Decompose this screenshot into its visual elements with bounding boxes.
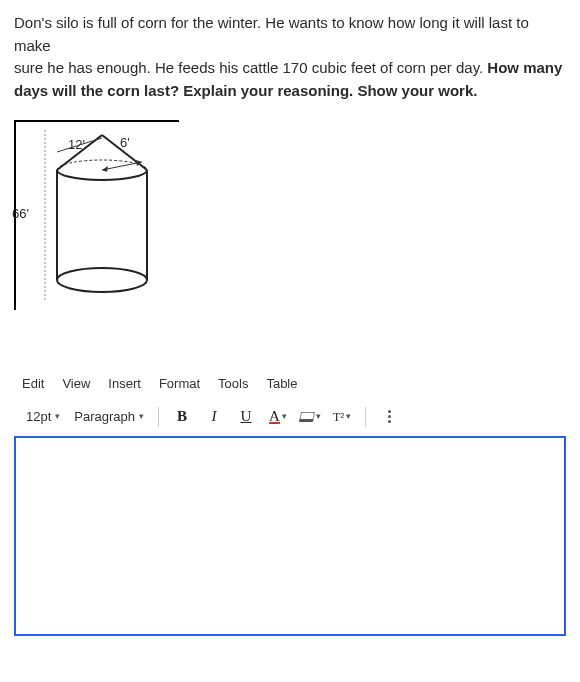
chevron-down-icon: ▾: [55, 410, 60, 424]
menu-format[interactable]: Format: [159, 374, 200, 394]
chevron-down-icon: ▾: [282, 410, 287, 424]
menu-tools[interactable]: Tools: [218, 374, 248, 394]
script-glyph: T²: [333, 408, 344, 426]
toolbar-separator: [158, 407, 159, 427]
font-size-dropdown[interactable]: 12pt ▾: [22, 405, 64, 429]
editor-canvas[interactable]: [14, 436, 566, 636]
more-options-button[interactable]: [376, 404, 402, 430]
prompt-line-1: Don's silo is full of corn for the winte…: [14, 14, 529, 54]
prompt-line-2: sure he has enough. He feeds his cattle …: [14, 59, 487, 76]
highlight-icon: [298, 412, 314, 422]
bold-button[interactable]: B: [169, 404, 195, 430]
editor-toolbar: 12pt ▾ Paragraph ▾ B I U A ▾ ▾ T² ▾: [14, 398, 566, 436]
menu-edit[interactable]: Edit: [22, 374, 44, 394]
superscript-button[interactable]: T² ▾: [329, 404, 355, 430]
svg-point-10: [57, 268, 147, 292]
kebab-icon: [388, 410, 391, 423]
chevron-down-icon: ▾: [346, 410, 351, 424]
italic-button[interactable]: I: [201, 404, 227, 430]
silo-svg: [42, 130, 162, 300]
highlight-button[interactable]: ▾: [297, 404, 323, 430]
block-format-value: Paragraph: [74, 407, 135, 427]
underline-button[interactable]: U: [233, 404, 259, 430]
prompt-bold-1: How many: [487, 59, 562, 76]
editor-menubar: Edit View Insert Format Tools Table: [14, 370, 566, 398]
svg-line-7: [57, 138, 102, 152]
diagram-height-label: 66': [12, 204, 29, 224]
chevron-down-icon: ▾: [316, 410, 321, 424]
menu-view[interactable]: View: [62, 374, 90, 394]
silo-diagram: 66' 12' 6': [14, 120, 179, 310]
toolbar-separator: [365, 407, 366, 427]
font-size-value: 12pt: [26, 407, 51, 427]
menu-insert[interactable]: Insert: [108, 374, 141, 394]
menu-table[interactable]: Table: [266, 374, 297, 394]
question-prompt: Don's silo is full of corn for the winte…: [14, 12, 566, 102]
block-format-dropdown[interactable]: Paragraph ▾: [70, 405, 148, 429]
text-color-glyph: A: [269, 405, 280, 428]
text-color-button[interactable]: A ▾: [265, 404, 291, 430]
prompt-bold-2: days will the corn last? Explain your re…: [14, 82, 477, 99]
chevron-down-icon: ▾: [139, 410, 144, 424]
rich-text-editor: Edit View Insert Format Tools Table 12pt…: [14, 370, 566, 636]
